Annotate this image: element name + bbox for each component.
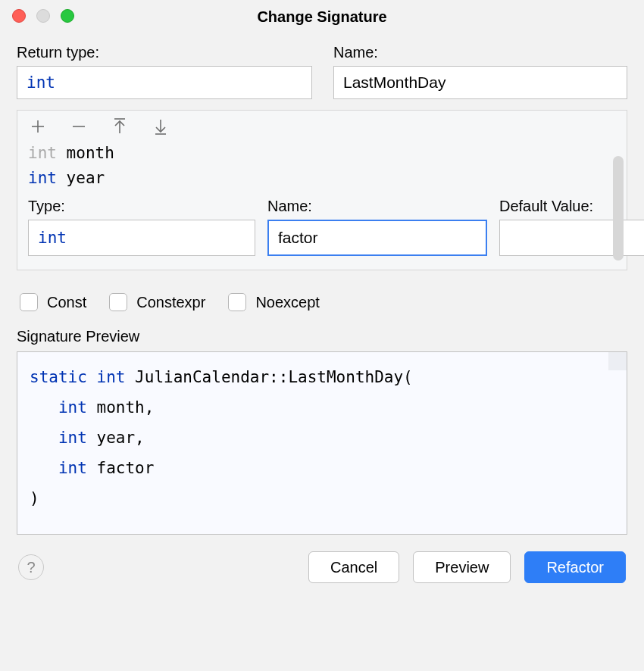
param-row-month[interactable]: int month <box>28 141 614 166</box>
param-row-year[interactable]: int year <box>28 166 614 191</box>
param-type-input[interactable] <box>28 220 255 256</box>
refactor-button[interactable]: Refactor <box>524 551 626 583</box>
noexcept-label: Noexcept <box>255 294 320 311</box>
plus-icon[interactable] <box>30 118 46 135</box>
minus-icon[interactable] <box>70 118 87 135</box>
window-zoom-button[interactable] <box>61 9 74 23</box>
preview-scroll-corner <box>608 352 627 370</box>
window-title: Change Signature <box>257 8 386 26</box>
cancel-button[interactable]: Cancel <box>308 551 399 583</box>
name-input[interactable] <box>333 66 627 99</box>
constexpr-label: Constexpr <box>136 294 205 311</box>
preview-button[interactable]: Preview <box>413 551 511 583</box>
help-button[interactable]: ? <box>18 554 44 580</box>
param-scrollbar[interactable] <box>613 156 624 261</box>
arrow-down-icon[interactable] <box>152 118 169 135</box>
arrow-up-icon[interactable] <box>111 118 128 135</box>
name-label: Name: <box>333 44 627 61</box>
const-label: Const <box>47 294 86 311</box>
window-close-button[interactable] <box>12 9 26 23</box>
param-type-label: Type: <box>28 198 255 215</box>
return-type-label: Return type: <box>17 44 312 61</box>
noexcept-checkbox[interactable]: Noexcept <box>228 293 320 311</box>
param-name-input[interactable] <box>267 220 487 256</box>
window-minimize-button[interactable] <box>36 9 50 23</box>
signature-preview: static int JulianCalendar::LastMonthDay(… <box>17 351 627 535</box>
signature-preview-label: Signature Preview <box>17 328 627 345</box>
constexpr-checkbox[interactable]: Constexpr <box>109 293 205 311</box>
const-checkbox[interactable]: Const <box>20 293 86 311</box>
param-name-label: Name: <box>267 198 487 215</box>
return-type-input[interactable] <box>17 66 312 99</box>
